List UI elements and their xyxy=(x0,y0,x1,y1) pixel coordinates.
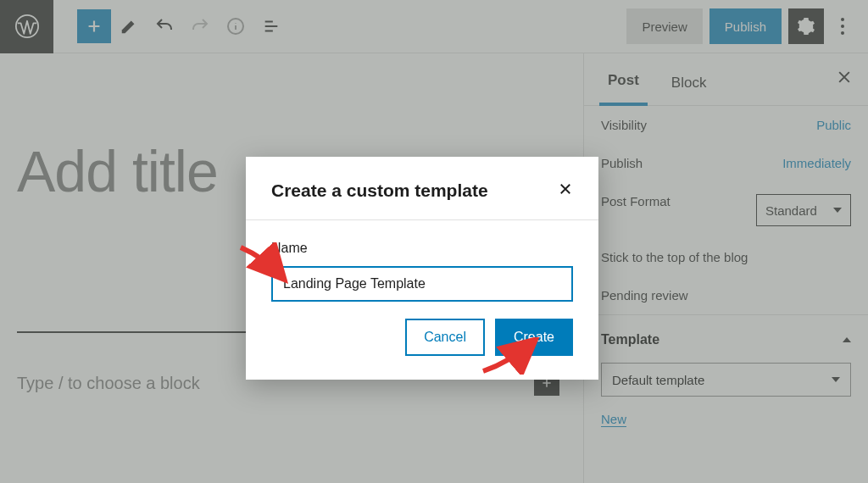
template-name-input[interactable] xyxy=(271,266,573,302)
name-field-label: Name xyxy=(271,241,573,256)
modal-title: Create a custom template xyxy=(271,180,488,201)
create-template-modal: Create a custom template Name Cancel Cre… xyxy=(246,157,598,380)
modal-close-icon[interactable] xyxy=(558,181,573,201)
cancel-button[interactable]: Cancel xyxy=(405,319,485,356)
create-button[interactable]: Create xyxy=(495,319,573,356)
